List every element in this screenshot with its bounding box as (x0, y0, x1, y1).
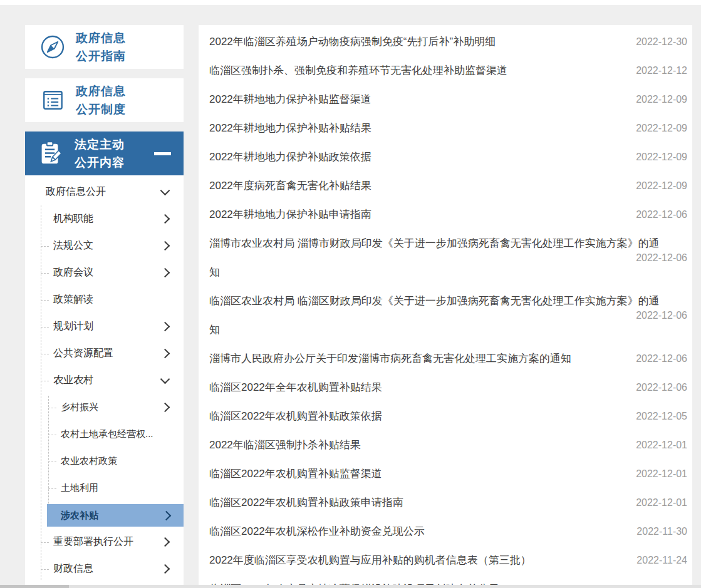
sidebar-item-label: 政府信息公开 (46, 185, 106, 199)
sidebar-item-label: 农业农村政策 (61, 455, 117, 467)
article-date: 2022-12-30 (636, 36, 687, 48)
sidebar-card-disclosure-system[interactable]: 政府信息 公开制度 (25, 78, 184, 122)
card-title-line1: 法定主动 (75, 135, 125, 153)
article-date: 2022-12-06 (636, 209, 687, 220)
chevron-right-icon (160, 349, 170, 359)
article-row[interactable]: 淄博市农业农村局 淄博市财政局印发《关于进一步加强病死畜禽无害化处理工作实施方案… (209, 229, 687, 287)
article-date: 2022-12-06 (636, 252, 687, 264)
article-row[interactable]: 临淄区强制扑杀、强制免疫和养殖环节无害化处理补助监督渠道2022-12-12 (209, 56, 687, 85)
clipboard-pencil-icon (36, 139, 65, 168)
article-title: 2022年耕地地力保护补贴政策依据 (209, 143, 663, 172)
sidebar-item-6[interactable]: 公共资源配置 (25, 340, 184, 367)
card-title-line2: 公开指南 (76, 47, 126, 65)
chevron-right-icon (160, 241, 170, 251)
sidebar-item-13[interactable]: 重要部署执行公开 (25, 529, 184, 555)
sidebar-item-1[interactable]: 机构职能 (25, 205, 184, 232)
sidebar-item-label: 涉农补贴 (61, 510, 98, 522)
article-title: 淄博市农业农村局 淄博市财政局印发《关于进一步加强病死畜禽无害化处理工作实施方案… (209, 229, 663, 287)
card-title: 政府信息 公开制度 (76, 82, 126, 118)
article-title: 临淄区农业农村局 临淄区财政局印发《关于进一步加强病死畜禽无害化处理工作实施方案… (209, 287, 663, 344)
sidebar-item-label: 规划计划 (53, 320, 93, 333)
article-row[interactable]: 2022年度病死畜禽无害化补贴结果2022-12-09 (209, 172, 687, 200)
article-row[interactable]: 临淄区2022年农机购置补贴政策依据2022-12-05 (209, 402, 687, 431)
article-row[interactable]: 淄博市人民政府办公厅关于印发淄博市病死畜禽无害化处理工实施方案的通知2022-1… (209, 344, 687, 373)
card-title: 政府信息 公开指南 (76, 29, 126, 65)
sidebar-item-14[interactable]: 财政信息 (25, 555, 184, 582)
sidebar-item-10[interactable]: 农业农村政策 (25, 448, 184, 475)
article-date: 2022-12-05 (636, 411, 687, 422)
article-title: 临淄区2022年农机购置补贴监督渠道 (209, 460, 663, 488)
article-title: 临淄区2022年农机深松作业补助资金兑现公示 (209, 517, 663, 546)
sidebar-item-5[interactable]: 规划计划 (25, 313, 184, 340)
article-row[interactable]: 2022年度临淄区享受农机购置与应用补贴的购机者信息表（第三批）2022-11-… (209, 546, 687, 575)
sidebar-item-label: 机构职能 (53, 212, 93, 225)
article-title: 临淄区强制扑杀、强制免疫和养殖环节无害化处理补助监督渠道 (209, 56, 663, 85)
chevron-right-icon (160, 214, 170, 224)
chevron-right-icon (160, 268, 170, 278)
notebook-icon (39, 86, 66, 114)
sidebar-item-label: 公共资源配置 (53, 347, 113, 360)
article-title: 2022年耕地地力保护补贴补贴结果 (209, 114, 663, 143)
chevron-right-icon (160, 537, 170, 547)
sidebar-item-11[interactable]: 土地利用 (25, 475, 184, 502)
card-title-line2: 公开内容 (75, 153, 125, 172)
article-title: 2022年度临淄区享受农机购置与应用补贴的购机者信息表（第三批） (209, 546, 663, 575)
sidebar-item-label: 法规公文 (53, 239, 93, 252)
chevron-right-icon (160, 564, 170, 574)
sidebar-item-4[interactable]: 政策解读 (25, 286, 184, 313)
sidebar-item-label: 财政信息 (53, 562, 93, 575)
article-row[interactable]: 2022年临淄区强制扑杀补贴结果2022-12-01 (209, 431, 687, 460)
sidebar-item-active[interactable]: 涉农补贴 (47, 504, 184, 527)
article-row[interactable]: 2022年耕地地力保护补贴政策依据2022-12-09 (209, 143, 687, 172)
article-row[interactable]: 2022年临淄区养殖场户动物疫病强制免疫“先打后补”补助明细2022-12-30 (209, 28, 687, 56)
sidebar-item-label: 农业农村 (53, 374, 93, 387)
article-row[interactable]: 临淄区2022年全年农机购置补贴结果2022-12-06 (209, 373, 687, 402)
chevron-right-icon (162, 510, 172, 520)
article-date: 2022-12-06 (636, 353, 687, 364)
card-title-line2: 公开制度 (76, 100, 126, 118)
sidebar-card-disclosure-guide[interactable]: 政府信息 公开指南 (25, 25, 184, 69)
card-title-line1: 政府信息 (76, 29, 126, 47)
sidebar-card-statutory-disclosure-active[interactable]: 法定主动 公开内容 (25, 132, 184, 175)
card-title-line1: 政府信息 (76, 82, 126, 100)
chevron-right-icon (160, 403, 170, 413)
article-row[interactable]: 临淄区2022年农机购置补贴政策申请指南2022-12-01 (209, 488, 687, 517)
article-date: 2022-12-01 (636, 440, 687, 451)
article-title: 2022年耕地地力保护补贴申请指南 (209, 200, 663, 229)
article-title: 临淄区2022年农机购置补贴政策依据 (209, 402, 663, 431)
horizontal-scrollbar[interactable] (0, 585, 701, 588)
article-row[interactable]: 临淄区农业农村局 临淄区财政局印发《关于进一步加强病死畜禽无害化处理工作实施方案… (209, 287, 687, 344)
article-date: 2022-12-01 (636, 468, 687, 480)
horizontal-scrollbar-thumb[interactable] (0, 585, 69, 588)
sidebar-item-9[interactable]: 农村土地承包经营权... (25, 421, 184, 448)
article-row[interactable]: 临淄区2022年农机购置补贴监督渠道2022-12-01 (209, 460, 687, 488)
article-date: 2022-12-09 (636, 123, 687, 134)
sidebar-item-label: 农村土地承包经营权... (61, 428, 153, 440)
article-row[interactable]: 2022年耕地地力保护补贴申请指南2022-12-06 (209, 200, 687, 229)
compass-icon (39, 33, 66, 61)
article-row[interactable]: 2022年耕地地力保护补贴监督渠道2022-12-09 (209, 85, 687, 114)
chevron-down-icon (160, 186, 170, 196)
article-list: 2022年临淄区养殖场户动物疫病强制免疫“先打后补”补助明细2022-12-30… (199, 25, 692, 588)
sidebar-item-7[interactable]: 农业农村 (25, 367, 184, 394)
chevron-down-icon (160, 374, 170, 384)
article-row[interactable]: 临淄区2022年农机深松作业补助资金兑现公示2022-11-30 (209, 517, 687, 546)
chevron-right-icon (160, 322, 170, 332)
article-date: 2022-12-06 (636, 310, 687, 321)
sidebar-item-3[interactable]: 政府会议 (25, 259, 184, 286)
article-date: 2022-11-24 (636, 555, 687, 566)
sidebar-item-label: 重要部署执行公开 (53, 535, 133, 549)
top-strip (0, 0, 701, 5)
article-title: 2022年耕地地力保护补贴监督渠道 (209, 85, 663, 114)
collapse-minus-icon[interactable] (154, 152, 171, 155)
article-date: 2022-12-09 (636, 94, 687, 105)
article-date: 2022-12-01 (636, 497, 687, 508)
article-row[interactable]: 2022年耕地地力保护补贴补贴结果2022-12-09 (209, 114, 687, 143)
sidebar-item-0[interactable]: 政府信息公开 (25, 178, 184, 205)
article-title: 2022年度病死畜禽无害化补贴结果 (209, 172, 663, 200)
sidebar-item-8[interactable]: 乡村振兴 (25, 394, 184, 421)
sidebar-item-2[interactable]: 法规公文 (25, 232, 184, 259)
sidebar-item-label: 乡村振兴 (61, 401, 98, 413)
article-title: 2022年临淄区强制扑杀补贴结果 (209, 431, 663, 460)
article-title: 临淄区2022年全年农机购置补贴结果 (209, 373, 663, 402)
